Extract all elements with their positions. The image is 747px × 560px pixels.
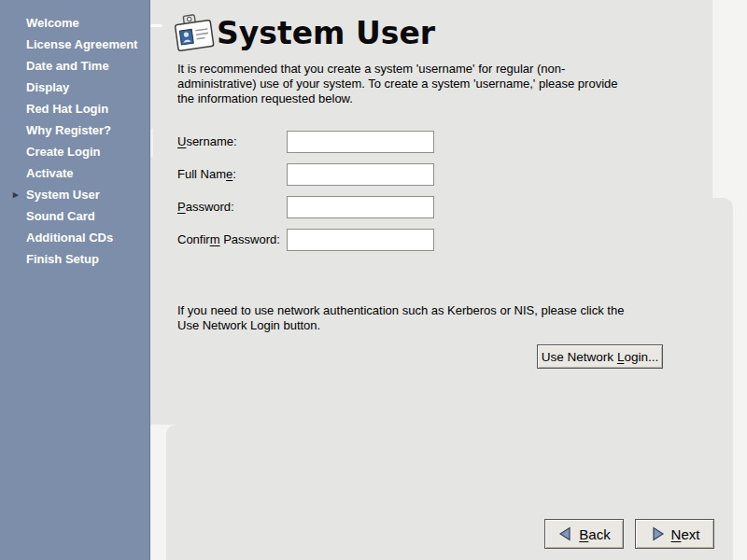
sidebar-connector-dash [150, 24, 162, 27]
page-content: System User It is recommended that you c… [0, 0, 747, 560]
label-accel: m [210, 232, 220, 246]
id-badge-icon [173, 9, 216, 60]
page-title: System User [217, 15, 435, 51]
button-label: Back [579, 526, 610, 542]
label-text: : [233, 167, 236, 181]
confirm-password-label: Confirm Password: [177, 229, 280, 251]
label-text: assword: [186, 200, 234, 214]
label-text: Password: [220, 232, 280, 246]
back-button[interactable]: Back [544, 519, 624, 549]
password-label: Password: [177, 196, 234, 218]
network-auth-note: If you need to use network authenticatio… [177, 303, 624, 333]
label-text: Confir [177, 232, 210, 246]
button-label: Next [671, 526, 700, 542]
username-label: Username: [177, 131, 237, 153]
use-network-login-button[interactable]: Use Network Login... [537, 344, 663, 369]
username-field[interactable] [287, 131, 434, 153]
label-accel: U [177, 134, 186, 148]
next-button[interactable]: Next [635, 519, 714, 549]
label-accel: P [177, 200, 186, 214]
full-name-label: Full Name: [177, 163, 236, 186]
back-arrow-icon [557, 526, 573, 541]
button-label: Use Network Login... [542, 350, 658, 364]
next-arrow-icon [650, 526, 666, 541]
label-text: Full Nam [177, 167, 226, 181]
label-text: sername: [186, 134, 236, 148]
confirm-password-field[interactable] [287, 229, 434, 251]
full-name-field[interactable] [287, 163, 434, 186]
intro-text: It is recommended that you create a syst… [177, 62, 618, 106]
sidebar-connector-strip [150, 129, 153, 157]
password-field[interactable] [287, 196, 434, 218]
